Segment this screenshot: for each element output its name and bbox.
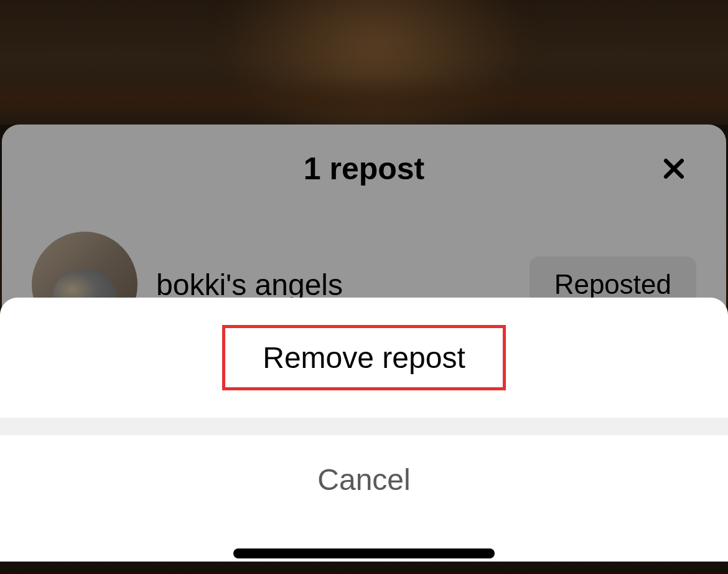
cancel-label: Cancel	[317, 463, 410, 497]
highlight-annotation: Remove repost	[222, 325, 505, 390]
sheet-divider	[0, 418, 728, 435]
remove-repost-button[interactable]: Remove repost	[0, 298, 728, 418]
action-group: Remove repost	[0, 298, 728, 418]
action-sheet: Remove repost Cancel	[0, 298, 728, 574]
cancel-section: Cancel	[0, 435, 728, 562]
remove-repost-label: Remove repost	[263, 341, 465, 375]
cancel-button[interactable]: Cancel	[0, 435, 728, 524]
home-indicator[interactable]	[233, 548, 495, 558]
